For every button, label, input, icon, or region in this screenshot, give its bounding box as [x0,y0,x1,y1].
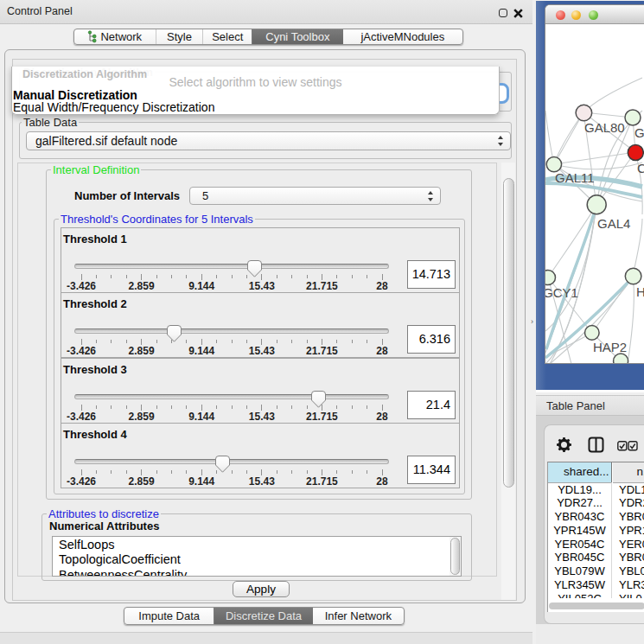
svg-text:GAL4: GAL4 [597,216,630,231]
svg-text:HAP2: HAP2 [593,340,627,354]
svg-text:GAL11: GAL11 [555,170,595,185]
svg-text:GAL80: GAL80 [584,120,625,135]
svg-text:H: H [636,284,644,299]
svg-text:GA: GA [634,125,644,140]
svg-text:GCY1: GCY1 [545,285,578,300]
svg-text:C: C [637,161,644,175]
